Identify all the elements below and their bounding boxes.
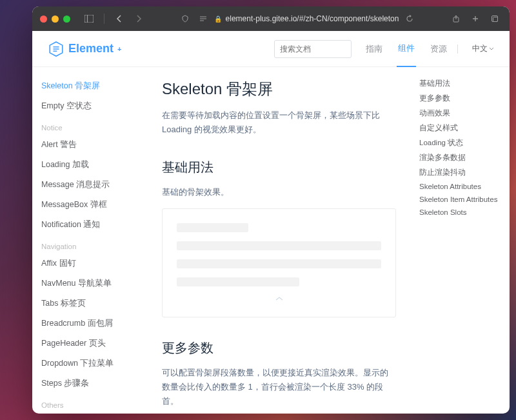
address-bar[interactable]: 🔒 element-plus.gitee.io/#/zh-CN/componen… [151, 12, 444, 26]
reader-icon [196, 12, 210, 26]
url-text: element-plus.gitee.io/#/zh-CN/component/… [226, 14, 399, 23]
toc-item[interactable]: 更多参数 [419, 91, 503, 106]
sidebar-item-notification[interactable]: Notification 通知 [41, 215, 145, 235]
svg-rect-0 [84, 15, 94, 23]
sidebar-item-messagebox[interactable]: MessageBox 弹框 [41, 195, 145, 215]
svg-rect-9 [493, 17, 498, 22]
language-label: 中文 [472, 43, 488, 54]
toc-item[interactable]: Skeleton Attributes [419, 180, 503, 193]
page-body: Skeleton 骨架屏 Empty 空状态 Notice Alert 警告 L… [32, 67, 510, 414]
skeleton-line [177, 277, 299, 286]
toc: 基础用法 更多参数 动画效果 自定义样式 Loading 状态 渲染多条数据 防… [413, 67, 510, 414]
maximize-window-icon[interactable] [63, 15, 70, 23]
share-icon[interactable] [449, 12, 463, 26]
forward-icon[interactable] [132, 12, 146, 26]
new-tab-icon[interactable] [468, 12, 482, 26]
shield-icon [178, 12, 192, 26]
close-window-icon[interactable] [40, 15, 47, 23]
sidebar-group-others: Others [41, 394, 145, 412]
sidebar-item-affix[interactable]: Affix 固钉 [41, 254, 145, 274]
tabs-overview-icon[interactable] [488, 12, 502, 26]
sidebar-item-alert[interactable]: Alert 警告 [41, 135, 145, 155]
toc-item[interactable]: Skeleton Item Attributes [419, 193, 503, 206]
sidebar-item-tabs[interactable]: Tabs 标签页 [41, 294, 145, 314]
skeleton-line [177, 241, 381, 250]
minimize-window-icon[interactable] [52, 15, 59, 23]
sidebar-item-empty[interactable]: Empty 空状态 [41, 96, 145, 116]
page-title: Skeleton 骨架屏 [162, 79, 396, 99]
sidebar-item-loading[interactable]: Loading 加载 [41, 155, 145, 175]
toc-item[interactable]: 自定义样式 [419, 121, 503, 135]
sidebar-item-steps[interactable]: Steps 步骤条 [41, 374, 145, 394]
lock-icon: 🔒 [214, 15, 222, 23]
sidebar-item-breadcrumb[interactable]: Breadcrumb 面包屑 [41, 314, 145, 334]
separator [457, 45, 458, 54]
skeleton-line [177, 223, 248, 232]
site-header: Element+ 指南 组件 资源 中文 [32, 31, 510, 67]
toc-item[interactable]: Loading 状态 [419, 135, 503, 150]
sidebar-item-dropdown[interactable]: Dropdown 下拉菜单 [41, 354, 145, 374]
chevron-down-icon [489, 46, 494, 52]
main-content: Skeleton 骨架屏 在需要等待加载内容的位置设置一个骨架屏，某些场景下比 … [145, 67, 413, 414]
sidebar-group-notice: Notice [41, 116, 145, 135]
back-icon[interactable] [112, 12, 126, 26]
skeleton-line [177, 259, 381, 268]
sidebar-item-skeleton[interactable]: Skeleton 骨架屏 [41, 76, 145, 96]
toc-item[interactable]: 防止渲染抖动 [419, 165, 503, 180]
section-more-desc: 可以配置骨架屏段落数量，以便更接近真实渲染效果。显示的数量会比传入的数量多 1，… [162, 366, 396, 408]
demo-basic [162, 208, 396, 317]
expand-demo-icon[interactable] [177, 295, 381, 303]
language-switcher[interactable]: 中文 [472, 43, 494, 54]
page-intro: 在需要等待加载内容的位置设置一个骨架屏，某些场景下比 Loading 的视觉效果… [162, 108, 396, 137]
nav-guide[interactable]: 指南 [364, 32, 384, 66]
sidebar-toggle-icon[interactable] [82, 12, 96, 26]
search-input[interactable] [274, 40, 352, 58]
section-more-heading: 更多参数 [162, 339, 396, 357]
sidebar-item-pageheader[interactable]: PageHeader 页头 [41, 334, 145, 354]
sidebar-item-message[interactable]: Message 消息提示 [41, 175, 145, 195]
browser-window: 🔒 element-plus.gitee.io/#/zh-CN/componen… [32, 6, 510, 414]
sidebar-item-navmenu[interactable]: NavMenu 导航菜单 [41, 274, 145, 294]
sidebar-item-dialog[interactable]: Dialog 对话框 [41, 412, 145, 414]
nav-resource[interactable]: 资源 [429, 32, 448, 66]
toc-item[interactable]: 基础用法 [419, 76, 503, 91]
section-basic-desc: 基础的骨架效果。 [162, 185, 396, 199]
sidebar-group-navigation: Navigation [41, 235, 145, 254]
sidebar: Skeleton 骨架屏 Empty 空状态 Notice Alert 警告 L… [32, 67, 145, 414]
reload-icon[interactable] [402, 12, 417, 26]
brand-name: Element [68, 42, 114, 55]
toc-item[interactable]: Skeleton Slots [419, 206, 503, 219]
brand-logo[interactable]: Element+ [48, 41, 121, 57]
section-basic-heading: 基础用法 [162, 159, 396, 176]
traffic-lights [40, 15, 70, 23]
svg-rect-8 [492, 16, 498, 22]
header-nav: 指南 组件 资源 [364, 31, 448, 67]
toc-item[interactable]: 动画效果 [419, 106, 503, 121]
toc-item[interactable]: 渲染多条数据 [419, 150, 503, 165]
nav-component[interactable]: 组件 [397, 31, 416, 67]
browser-titlebar: 🔒 element-plus.gitee.io/#/zh-CN/componen… [32, 6, 510, 31]
logo-icon [48, 41, 64, 57]
brand-plus: + [117, 45, 121, 53]
